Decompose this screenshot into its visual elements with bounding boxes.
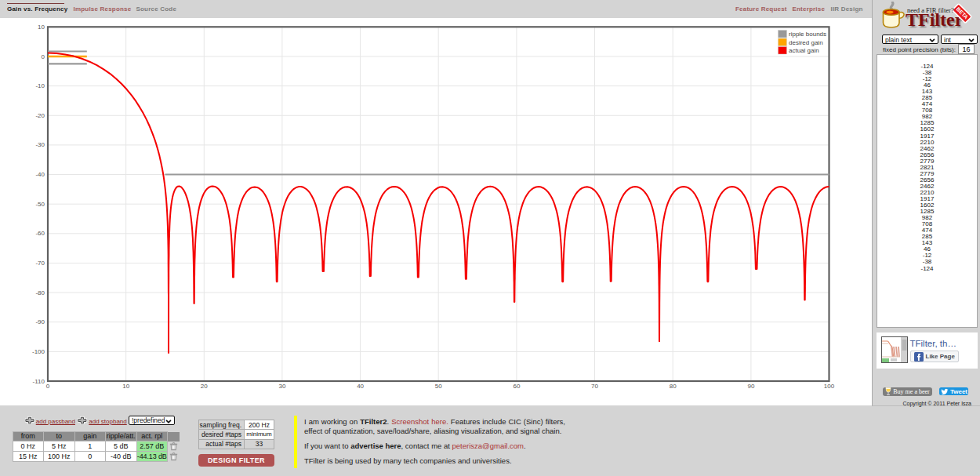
svg-text:70: 70 bbox=[591, 383, 598, 390]
svg-text:10: 10 bbox=[38, 24, 45, 31]
svg-text:0: 0 bbox=[46, 383, 50, 390]
svg-text:-40: -40 bbox=[35, 171, 45, 178]
svg-text:-30: -30 bbox=[35, 141, 45, 148]
svg-text:60: 60 bbox=[513, 383, 520, 390]
svg-text:-110: -110 bbox=[33, 378, 45, 385]
svg-text:30: 30 bbox=[278, 383, 285, 390]
svg-text:-90: -90 bbox=[35, 318, 45, 325]
svg-text:-80: -80 bbox=[35, 289, 45, 296]
svg-text:80: 80 bbox=[670, 383, 677, 390]
svg-text:20: 20 bbox=[201, 383, 208, 390]
svg-text:ripple bounds: ripple bounds bbox=[789, 31, 826, 38]
svg-text:-20: -20 bbox=[35, 112, 45, 119]
svg-text:-70: -70 bbox=[35, 260, 45, 267]
svg-text:10: 10 bbox=[122, 383, 129, 390]
svg-text:desired gain: desired gain bbox=[789, 39, 823, 46]
svg-text:100: 100 bbox=[824, 383, 835, 390]
svg-text:0: 0 bbox=[42, 53, 45, 60]
svg-text:-60: -60 bbox=[35, 230, 45, 237]
svg-text:actual gain: actual gain bbox=[789, 47, 819, 54]
svg-text:-50: -50 bbox=[35, 201, 45, 208]
svg-text:40: 40 bbox=[357, 383, 364, 390]
svg-text:-10: -10 bbox=[35, 82, 45, 89]
svg-text:90: 90 bbox=[747, 383, 754, 390]
svg-text:50: 50 bbox=[435, 383, 442, 390]
svg-text:-100: -100 bbox=[32, 348, 45, 355]
